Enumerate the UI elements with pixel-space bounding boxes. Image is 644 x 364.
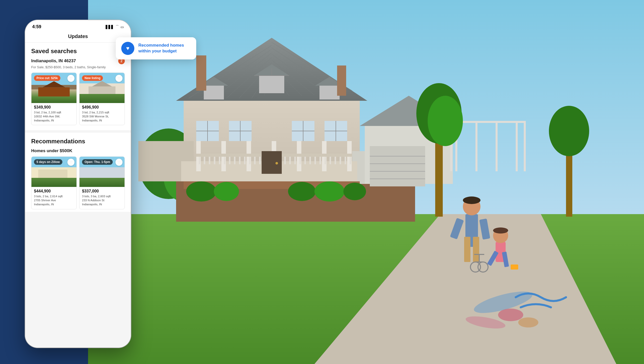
svg-point-130 bbox=[518, 317, 538, 327]
phone-frame: 4:59 ▋▋▋ ⌒ ▭ Updates Saved searches Indi… bbox=[25, 20, 131, 348]
search-header: Indianapolis, IN 46237 2 bbox=[31, 58, 125, 64]
svg-point-111 bbox=[343, 183, 366, 200]
nav-bar: Updates bbox=[25, 31, 131, 43]
svg-rect-36 bbox=[196, 55, 206, 91]
rec-favorite-button-1[interactable]: ♡ bbox=[67, 159, 74, 166]
svg-rect-74 bbox=[335, 157, 336, 164]
svg-rect-37 bbox=[337, 65, 346, 96]
card-info-1: $349,900 3 bd, 2 ba, 2,100 sqft 10032 44… bbox=[31, 103, 76, 125]
svg-rect-53 bbox=[229, 157, 230, 164]
card-details-2: 3 bd, 2 ba, 2,215 sqft 3528 SW Monroe St… bbox=[82, 110, 122, 122]
card-price-1: $349,900 bbox=[34, 105, 74, 110]
saved-listings-row: Price cut: $25k ♡ $349,900 3 bd, 2 ba, 2… bbox=[31, 73, 125, 125]
svg-point-121 bbox=[493, 227, 508, 234]
svg-point-136 bbox=[549, 106, 589, 156]
svg-rect-54 bbox=[234, 157, 235, 164]
recommendations-row: 5 days on Zillow ♡ $444,900 3 bds, 2 ba,… bbox=[31, 156, 125, 209]
svg-rect-52 bbox=[224, 157, 225, 164]
recommendations-title: Recommendations bbox=[31, 138, 125, 145]
rec-card-price-2: $337,000 bbox=[82, 189, 122, 193]
rec-card-info-1: $444,900 3 bds, 2 ba, 2,614 sqft 2705 Sh… bbox=[31, 187, 76, 209]
rec-heart-icon-2: ♡ bbox=[117, 160, 121, 164]
favorite-button-1[interactable]: ♡ bbox=[67, 75, 74, 82]
card-info-2: $496,900 3 bd, 2 ba, 2,215 sqft 3528 SW … bbox=[79, 103, 125, 125]
svg-rect-65 bbox=[289, 157, 291, 164]
rec-heart-icon-1: ♡ bbox=[69, 160, 73, 164]
svg-rect-94 bbox=[370, 146, 425, 186]
listing-card-2[interactable]: New listing ♡ $496,900 3 bd, 2 ba, 2,215… bbox=[79, 73, 125, 125]
listing-card-1[interactable]: Price cut: $25k ♡ $349,900 3 bd, 2 ba, 2… bbox=[31, 73, 77, 125]
svg-rect-104 bbox=[496, 121, 498, 171]
svg-rect-70 bbox=[314, 157, 316, 164]
new-listing-tag: New listing bbox=[82, 75, 103, 81]
status-bar: 4:59 ▋▋▋ ⌒ ▭ bbox=[25, 20, 131, 31]
screen-content[interactable]: Saved searches Indianapolis, IN 46237 2 … bbox=[25, 43, 131, 347]
notification-bubble[interactable]: ♥ Recommended homes within your budget bbox=[116, 37, 196, 59]
svg-rect-49 bbox=[209, 157, 210, 164]
heart-icon: ♥ bbox=[126, 45, 129, 52]
rec-card-image-2: Open: Thu. 1-5pm ♡ bbox=[79, 157, 125, 187]
rec-subtitle: Homes under $500K bbox=[31, 148, 125, 153]
svg-rect-47 bbox=[199, 157, 200, 164]
svg-rect-71 bbox=[319, 157, 321, 164]
svg-rect-56 bbox=[244, 157, 246, 164]
battery-icon: ▭ bbox=[120, 25, 124, 29]
svg-rect-103 bbox=[475, 121, 477, 171]
svg-rect-76 bbox=[345, 157, 346, 164]
svg-point-129 bbox=[498, 309, 523, 321]
svg-rect-72 bbox=[325, 157, 326, 164]
svg-rect-116 bbox=[473, 237, 479, 262]
phone-mockup: 4:59 ▋▋▋ ⌒ ▭ Updates Saved searches Indi… bbox=[25, 20, 131, 348]
svg-point-79 bbox=[275, 162, 278, 164]
svg-point-107 bbox=[186, 181, 216, 202]
svg-rect-28 bbox=[259, 76, 284, 93]
card-details-1: 3 bd, 2 ba, 2,100 sqft 10032 44th Ave SW… bbox=[34, 110, 74, 122]
svg-rect-55 bbox=[239, 157, 240, 164]
svg-rect-77 bbox=[350, 157, 351, 164]
homes-under-500k: Homes under $500K 5 days on Zillow ♡ bbox=[31, 148, 125, 209]
svg-rect-59 bbox=[259, 157, 261, 164]
favorite-button-2[interactable]: ♡ bbox=[115, 75, 123, 82]
svg-rect-50 bbox=[214, 157, 215, 164]
search-location[interactable]: Indianapolis, IN 46237 bbox=[31, 58, 76, 63]
svg-point-108 bbox=[214, 182, 239, 201]
status-icons: ▋▋▋ ⌒ ▭ bbox=[106, 25, 124, 29]
svg-point-114 bbox=[463, 196, 480, 204]
notification-text: Recommended homes within your budget bbox=[138, 43, 191, 54]
card-price-2: $496,900 bbox=[82, 105, 122, 110]
phone-screen: 4:59 ▋▋▋ ⌒ ▭ Updates Saved searches Indi… bbox=[25, 20, 131, 348]
price-cut-tag: Price cut: $25k bbox=[34, 75, 60, 81]
heart-icon-1: ♡ bbox=[69, 76, 73, 80]
rec-card-2[interactable]: Open: Thu. 1-5pm ♡ $337,000 3 bds, 3 ba,… bbox=[79, 156, 125, 209]
rec-favorite-button-2[interactable]: ♡ bbox=[115, 159, 123, 166]
svg-rect-48 bbox=[204, 157, 205, 164]
status-time: 4:59 bbox=[32, 24, 41, 29]
svg-point-134 bbox=[428, 96, 463, 146]
svg-rect-34 bbox=[319, 86, 340, 100]
svg-rect-75 bbox=[340, 157, 341, 164]
svg-rect-78 bbox=[262, 151, 282, 174]
saved-searches-title: Saved searches bbox=[31, 48, 125, 55]
rec-card-1[interactable]: 5 days on Zillow ♡ $444,900 3 bds, 2 ba,… bbox=[31, 156, 77, 209]
rec-card-info-2: $337,000 3 bds, 3 ba, 2,603 sqft 233 N A… bbox=[79, 187, 125, 209]
svg-point-109 bbox=[288, 182, 316, 201]
svg-rect-69 bbox=[309, 157, 311, 164]
svg-rect-67 bbox=[299, 157, 301, 164]
card-image-1: Price cut: $25k ♡ bbox=[31, 73, 76, 103]
days-on-zillow-tag: 5 days on Zillow bbox=[34, 159, 62, 165]
svg-rect-32 bbox=[204, 86, 224, 100]
svg-rect-58 bbox=[254, 157, 256, 164]
svg-rect-131 bbox=[511, 264, 518, 270]
recommendations-section: Recommendations Homes under $500K 5 days… bbox=[25, 133, 131, 212]
rec-card-details-1: 3 bds, 2 ba, 2,614 sqft 2705 Shriver Ave… bbox=[34, 194, 74, 206]
wifi-icon: ⌒ bbox=[115, 25, 119, 29]
svg-rect-101 bbox=[524, 121, 526, 171]
heart-icon-2: ♡ bbox=[117, 76, 121, 80]
svg-rect-66 bbox=[294, 157, 296, 164]
saved-searches-section: Saved searches Indianapolis, IN 46237 2 … bbox=[25, 43, 131, 130]
rec-card-image-1: 5 days on Zillow ♡ bbox=[31, 157, 76, 187]
open-house-tag: Open: Thu. 1-5pm bbox=[82, 159, 113, 165]
svg-rect-73 bbox=[330, 157, 331, 164]
notification-icon: ♥ bbox=[121, 42, 134, 55]
svg-rect-51 bbox=[219, 157, 220, 164]
